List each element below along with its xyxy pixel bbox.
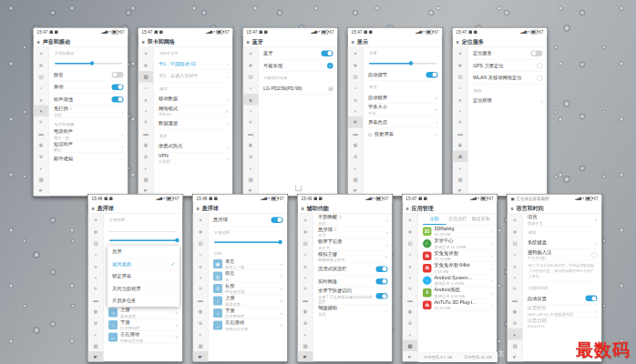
slider-track[interactable] <box>55 63 123 65</box>
hamburger-menu-icon[interactable]: ≡ <box>511 206 514 211</box>
rail-item-6-icon[interactable]: ☀ <box>348 116 364 128</box>
rail-item-11-icon[interactable]: ▦ <box>453 174 468 186</box>
gesture-row-上滑[interactable]: ↑上滑返回桌面∨ <box>213 295 283 308</box>
setting-row-驾驶辅助[interactable]: 驾驶辅助关闭› <box>318 305 388 317</box>
rail-item-7-icon[interactable]: ▬ <box>403 295 418 307</box>
radio-row-GPS 卫星定位[interactable]: GPS 卫星定位 <box>473 60 543 73</box>
setting-row-定位权限[interactable]: 定位权限› <box>473 95 543 106</box>
menu-item-锁定屏幕[interactable]: 锁定屏幕 <box>108 270 180 283</box>
setting-row-蓝牙[interactable]: 蓝牙 <box>263 47 333 60</box>
rail-item-9-icon[interactable]: ⊕ <box>88 318 104 329</box>
toggle-switch[interactable] <box>112 72 124 78</box>
setting-row-卡1 · 中国移动 01[interactable]: 卡1 · 中国移动 01› <box>159 58 229 71</box>
rail-item-9-icon[interactable]: ⊕ <box>138 151 154 163</box>
setting-row-自动锁屏[interactable]: 自动锁屏∨ <box>368 92 438 105</box>
toggle-switch[interactable] <box>376 266 388 272</box>
rail-item-0-icon[interactable]: ✦ <box>348 48 364 60</box>
slider-track[interactable] <box>214 241 282 243</box>
slider-knob[interactable] <box>278 240 282 245</box>
hamburger-menu-icon[interactable]: ≡ <box>456 39 459 45</box>
rail-item-8-icon[interactable]: ◉ <box>243 139 259 151</box>
rail-item-9-icon[interactable]: ⊕ <box>193 318 209 329</box>
app-row[interactable]: 兔安兔兔评测 64bit7.58 MB› <box>423 262 493 275</box>
toggle-switch[interactable] <box>272 217 283 223</box>
radio-button[interactable] <box>591 252 598 258</box>
setting-row-系统键盘[interactable]: 系统键盘› <box>528 237 598 249</box>
rail-item-0-icon[interactable]: ✦ <box>88 215 104 227</box>
setting-row-铃声渐强[interactable]: 铃声渐强 <box>54 94 124 106</box>
menu-item-开启多任务[interactable]: 开启多任务 <box>108 295 180 307</box>
setting-row-邮件通知[interactable]: 邮件通知› <box>54 153 124 165</box>
rail-item-10-icon[interactable]: ◐ <box>34 162 49 174</box>
tab-最近安装[interactable]: 最近安装 <box>469 214 493 225</box>
rail-item-6-icon[interactable]: ☀ <box>243 116 259 128</box>
rail-item-8-icon[interactable]: ◉ <box>298 306 313 318</box>
rail-item-4-icon[interactable]: ʙ <box>138 94 154 106</box>
menu-item-返回桌面[interactable]: 返回桌面✓ <box>108 258 180 271</box>
rail-item-2-icon[interactable]: ▤ <box>138 71 154 83</box>
setting-row-便携式热点[interactable]: 便携式热点› <box>159 140 229 153</box>
gesture-row-下滑[interactable]: ↓下滑打开通知栏∨ <box>213 308 283 320</box>
rail-item-3-icon[interactable]: ≈ <box>298 249 313 261</box>
gesture-row-单击[interactable]: ◉单击返回上一级∨ <box>213 258 283 271</box>
rail-item-8-icon[interactable]: ◉ <box>508 306 523 318</box>
setting-row-字体大小[interactable]: 字体大小中等∨ <box>368 104 438 116</box>
rail-item-0-icon[interactable]: ✦ <box>298 215 313 227</box>
setting-row-短信铃声[interactable]: 短信铃声默认› <box>54 141 124 154</box>
rail-item-1-icon[interactable]: ❖ <box>298 227 313 238</box>
setting-row-屏幕色温[interactable]: 屏幕色温› <box>368 116 438 129</box>
radio-button[interactable] <box>537 75 543 81</box>
rail-item-2-icon[interactable]: ▤ <box>193 238 209 249</box>
rail-item-12-icon[interactable]: ☛ <box>193 351 209 362</box>
rail-item-9-icon[interactable]: ⊕ <box>403 318 418 329</box>
rail-item-7-icon[interactable]: ▬ <box>88 295 104 307</box>
slider-knob[interactable] <box>409 61 414 66</box>
rail-item-2-icon[interactable]: ▤ <box>403 238 418 249</box>
tab-全部[interactable]: 全部 <box>423 214 446 225</box>
rail-item-4-icon[interactable]: ʙ <box>88 260 104 272</box>
rail-item-2-icon[interactable]: ▤ <box>298 238 313 249</box>
rail-item-3-icon[interactable]: ≈ <box>403 249 418 261</box>
setting-row-静音[interactable]: 静音 <box>54 69 124 82</box>
setting-row-投射屏幕[interactable]: ⧉投射屏幕› <box>368 128 438 140</box>
rail-item-3-icon[interactable]: ≈ <box>138 83 154 95</box>
rail-item-3-icon[interactable]: ≈ <box>34 83 49 95</box>
rail-item-8-icon[interactable]: ◉ <box>34 139 49 151</box>
rail-item-8-icon[interactable]: ◉ <box>348 139 364 151</box>
toggle-switch[interactable] <box>112 96 124 103</box>
hamburger-menu-icon[interactable]: ≡ <box>406 206 409 211</box>
app-row[interactable]: AAndroid系统系统应用 9.93 MB› <box>423 287 493 299</box>
rail-item-9-icon[interactable]: ⊕ <box>298 318 313 329</box>
hamburger-menu-icon[interactable]: ≡ <box>302 206 304 211</box>
app-row[interactable]: 兔安兔兔评测21.54 MB› <box>423 250 493 263</box>
rail-item-8-icon[interactable]: ◉ <box>193 306 209 318</box>
rail-item-1-icon[interactable]: ❖ <box>34 60 49 72</box>
gesture-row-双击[interactable]: ◎双击无∨ <box>213 270 283 283</box>
rail-item-10-icon[interactable]: ◐ <box>453 162 468 174</box>
rail-item-0-icon[interactable]: ✦ <box>34 48 49 60</box>
rail-item-0-icon[interactable]: ✦ <box>508 215 523 227</box>
toggle-switch[interactable] <box>322 50 333 56</box>
rail-item-3-icon[interactable]: ≈ <box>243 83 259 95</box>
gesture-row-长按[interactable]: ⊙长按移动悬浮球∨ <box>213 283 283 296</box>
rail-item-10-icon[interactable]: ◐ <box>138 162 154 174</box>
slider[interactable] <box>213 237 283 248</box>
slider-knob[interactable] <box>175 238 180 243</box>
setting-row-定位服务[interactable]: 定位服务 <box>473 47 543 60</box>
setting-row-免打扰[interactable]: 免打扰①关闭› <box>54 106 124 118</box>
setting-row-设置时区[interactable]: 设置时区GMT+08:00, 中国标准时间› <box>528 305 598 318</box>
app-row[interactable]: 兔AnTuTu 3D Plug-i…25.41 MB› <box>423 299 493 312</box>
rail-item-5-icon[interactable]: ◖ <box>88 272 104 284</box>
setting-row-VPN[interactable]: VPN已关闭› <box>159 153 229 165</box>
rail-item-3-icon[interactable]: ≈ <box>453 83 468 95</box>
app-row[interactable]: 3D3DRating32.33 MB› <box>423 226 493 238</box>
rail-item-5-icon[interactable]: ◖ <box>298 272 313 284</box>
check-row-可被发现[interactable]: 可被发现✓ <box>263 60 333 73</box>
rail-item-11-icon[interactable]: ▦ <box>403 340 418 352</box>
rail-item-5-icon[interactable]: ◖ <box>193 272 209 284</box>
rail-item-10-icon[interactable]: ◐ <box>193 329 209 340</box>
rail-item-2-icon[interactable]: ▤ <box>348 71 364 83</box>
rail-item-6-icon[interactable]: ☀ <box>88 283 104 295</box>
input-underline[interactable] <box>109 226 178 233</box>
rail-item-8-icon[interactable]: ◉ <box>403 306 418 318</box>
